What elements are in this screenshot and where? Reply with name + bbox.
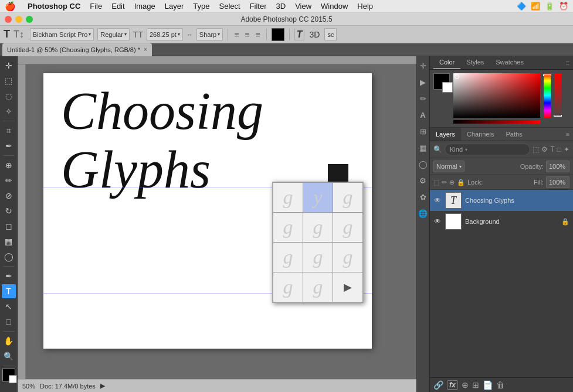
history-brush-tool[interactable]: ↻ xyxy=(2,204,16,218)
filter-icon[interactable]: ▦ xyxy=(417,142,429,154)
menu-layer[interactable]: Layer xyxy=(165,2,184,11)
quick-select-tool[interactable]: ✧ xyxy=(2,104,16,118)
tab-close-button[interactable]: × xyxy=(144,46,147,53)
opacity-slider[interactable] xyxy=(554,73,561,118)
anti-alias-select[interactable]: Sharp ▾ xyxy=(196,28,223,41)
tab-styles[interactable]: Styles xyxy=(460,56,490,69)
tab-swatches[interactable]: Swatches xyxy=(490,56,530,69)
foreground-swatch[interactable] xyxy=(433,73,450,90)
minimize-button[interactable] xyxy=(15,16,22,23)
text-tool[interactable]: T xyxy=(2,284,16,298)
document-tab[interactable]: Untitled-1 @ 50% (Choosing Glyphs, RGB/8… xyxy=(2,43,152,56)
glyph-cell-2[interactable]: g xyxy=(333,183,362,212)
link-layers-icon[interactable]: 🔗 xyxy=(433,380,443,390)
foreground-color[interactable] xyxy=(2,369,15,381)
filter-pixel-icon[interactable]: ⬚ xyxy=(533,145,539,154)
lock-pixels-icon[interactable]: ⬚ xyxy=(433,179,439,186)
close-button[interactable] xyxy=(5,16,12,23)
menu-select[interactable]: Select xyxy=(219,2,240,11)
flower-icon[interactable]: ✿ xyxy=(417,191,429,203)
eyedropper-tool[interactable]: ✒ xyxy=(2,139,16,153)
lasso-tool[interactable]: ◌ xyxy=(2,89,16,103)
lock-all-icon[interactable]: 🔒 xyxy=(457,179,465,186)
font-size-select[interactable]: 268.25 pt ▾ xyxy=(147,28,183,41)
clone-tool[interactable]: ⊘ xyxy=(2,189,16,203)
layers-panel-menu-icon[interactable]: ≡ xyxy=(566,131,573,138)
opacity-value[interactable]: 100% xyxy=(546,161,569,172)
move-tool[interactable]: ✛ xyxy=(2,59,16,73)
tab-paths[interactable]: Paths xyxy=(500,128,528,141)
color-spectrum[interactable] xyxy=(453,73,540,118)
new-layer-icon[interactable]: 📄 xyxy=(483,380,493,390)
glyph-cell-9[interactable]: g xyxy=(273,272,303,302)
glyph-cell-arrow[interactable]: ▶ xyxy=(333,272,362,302)
menu-type[interactable]: Type xyxy=(193,2,209,11)
dodge-tool[interactable]: ◯ xyxy=(2,250,16,264)
layers-icon[interactable]: ⊞ xyxy=(417,125,429,137)
hue-slider[interactable] xyxy=(544,73,551,118)
play-icon[interactable]: ▶ xyxy=(417,76,429,88)
background-swatch[interactable] xyxy=(442,82,453,93)
text-color-swatch[interactable] xyxy=(272,28,284,41)
warp-icon[interactable]: T xyxy=(294,29,305,40)
layer-item-text[interactable]: 👁 T Choosing Glyphs xyxy=(430,190,573,211)
gradient-tool[interactable]: ▦ xyxy=(2,234,16,248)
commit-button[interactable]: sc xyxy=(324,28,337,41)
glyph-cell-4[interactable]: g xyxy=(303,213,333,242)
glyph-cell-5[interactable]: g xyxy=(333,213,362,242)
tab-channels[interactable]: Channels xyxy=(461,128,500,141)
font-family-select[interactable]: Bickham Script Pro ▾ xyxy=(30,28,94,41)
apple-menu[interactable]: 🍎 xyxy=(5,1,16,12)
menu-view[interactable]: View xyxy=(295,2,311,11)
text-icon2[interactable]: A xyxy=(417,109,429,121)
filter-type-icon[interactable]: T xyxy=(550,145,554,154)
filter-adjust-icon[interactable]: ⚙ xyxy=(541,145,548,154)
shape-tool[interactable]: □ xyxy=(2,315,16,329)
tab-layers[interactable]: Layers xyxy=(430,128,461,141)
status-arrow[interactable]: ▶ xyxy=(100,382,105,390)
3d-icon[interactable]: 3D xyxy=(308,30,321,39)
pen-tool[interactable]: ✒ xyxy=(2,269,16,283)
glyph-cell-6[interactable]: g xyxy=(273,243,303,272)
hand-tool[interactable]: ✋ xyxy=(2,334,16,348)
blend-mode-select[interactable]: Normal ▾ xyxy=(433,161,464,172)
align-center-icon[interactable]: ≡ xyxy=(243,30,250,39)
globe-icon[interactable]: 🌐 xyxy=(417,207,429,219)
menu-file[interactable]: File xyxy=(90,2,102,11)
fx-icon[interactable]: fx xyxy=(447,380,458,390)
glyph-cell-10[interactable]: g xyxy=(303,272,333,302)
menu-3d[interactable]: 3D xyxy=(276,2,286,11)
menu-image[interactable]: Image xyxy=(134,2,155,11)
zoom-tool[interactable]: 🔍 xyxy=(2,349,16,363)
lock-position-icon[interactable]: ✏ xyxy=(442,179,447,186)
add-mask-icon[interactable]: ⊕ xyxy=(462,380,469,390)
glyph-cell-0[interactable]: g xyxy=(273,183,303,212)
filter-smart-icon[interactable]: ✦ xyxy=(564,145,569,154)
tab-color[interactable]: Color xyxy=(433,56,460,69)
glyph-cell-8[interactable]: g xyxy=(333,243,362,272)
glyph-cell-1[interactable]: y xyxy=(303,183,333,212)
menu-help[interactable]: Help xyxy=(357,2,373,11)
glyph-cell-7[interactable]: g xyxy=(303,243,333,272)
eraser-tool[interactable]: ◻ xyxy=(2,219,16,233)
fill-value[interactable]: 100% xyxy=(546,176,569,188)
new-group-icon[interactable]: ⊞ xyxy=(472,380,479,390)
glyph-cell-3[interactable]: g xyxy=(273,213,303,242)
filter-shape-icon[interactable]: □ xyxy=(557,145,561,154)
menu-window[interactable]: Window xyxy=(321,2,348,11)
menu-edit[interactable]: Edit xyxy=(111,2,124,11)
settings-icon[interactable]: ⚙ xyxy=(417,175,429,186)
maximize-button[interactable] xyxy=(26,16,33,23)
heal-tool[interactable]: ⊕ xyxy=(2,158,16,172)
select-rect-tool[interactable]: ⬚ xyxy=(2,74,16,88)
panel-menu-icon[interactable]: ≡ xyxy=(566,59,569,66)
move-icon[interactable]: ✛ xyxy=(417,60,429,71)
delete-layer-icon[interactable]: 🗑 xyxy=(496,380,504,390)
layer-visibility-text[interactable]: 👁 xyxy=(433,196,442,204)
brush-tool[interactable]: ✏ xyxy=(2,173,16,188)
circle-icon[interactable]: ◯ xyxy=(417,158,429,170)
brush-icon2[interactable]: ✏ xyxy=(417,93,429,104)
align-left-icon[interactable]: ≡ xyxy=(233,30,240,39)
layer-visibility-bg[interactable]: 👁 xyxy=(433,217,442,226)
align-right-icon[interactable]: ≡ xyxy=(255,30,262,39)
